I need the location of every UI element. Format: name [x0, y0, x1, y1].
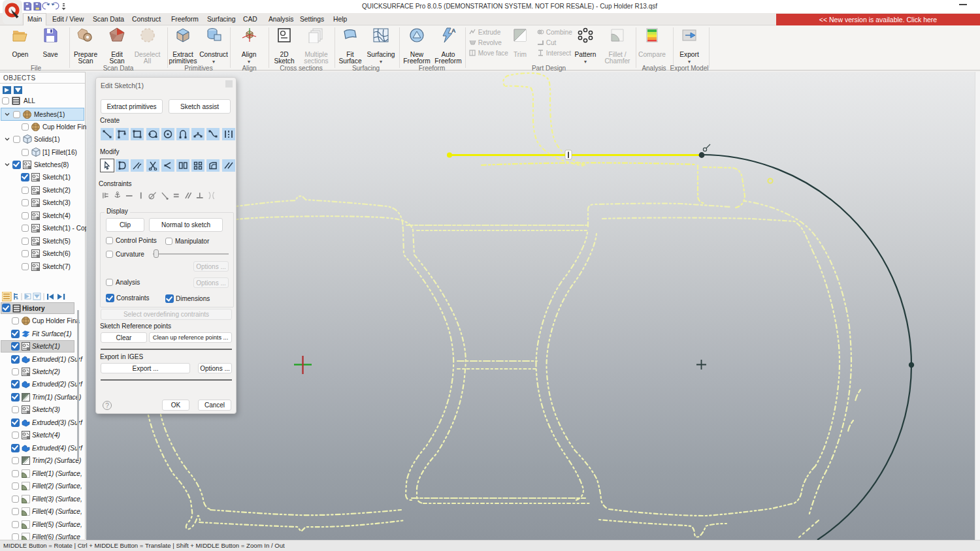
svg-text:A: A — [451, 27, 456, 34]
